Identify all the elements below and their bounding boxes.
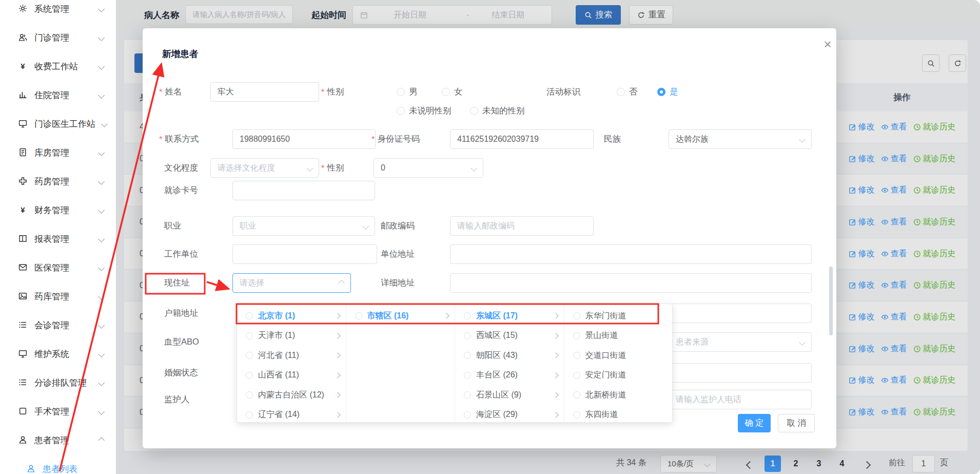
cascader-option[interactable]: 天津市 (1) [237, 326, 346, 346]
radio-icon [397, 88, 405, 96]
chevron-down-icon [98, 380, 105, 386]
sidebar-item-6[interactable]: 药房管理 [0, 167, 116, 196]
cascader-column-0: 北京市 (1)天津市 (1)河北省 (11)山西省 (11)内蒙古自治区 (12… [237, 304, 346, 422]
radio-icon [464, 332, 471, 339]
cancel-button[interactable]: 取 消 [778, 414, 815, 432]
chevron-right-icon [553, 372, 558, 378]
cascader-option[interactable]: 市辖区 (16) [346, 306, 455, 326]
chevron-down-icon [98, 92, 105, 99]
contact-input[interactable]: 19880991650 [232, 129, 376, 149]
cascader-option[interactable]: 内蒙古自治区 (12) [237, 385, 346, 405]
radio-unknown-gender[interactable]: 未知的性别 [470, 101, 525, 121]
cascader-menu: 北京市 (1)天津市 (1)河北省 (11)山西省 (11)内蒙古自治区 (12… [237, 304, 673, 422]
sidebar-item-9[interactable]: 医保管理 [0, 253, 116, 282]
occupation-label: 职业 [164, 216, 181, 236]
chevron-down-icon [362, 223, 369, 230]
visit-card-input[interactable] [232, 181, 375, 200]
radio-icon [355, 312, 362, 319]
radio-icon [246, 332, 253, 339]
marital-row-input[interactable] [669, 363, 812, 383]
cascader-option[interactable]: 西城区 (15) [455, 326, 564, 346]
cascader-option[interactable]: 朝阳区 (43) [455, 346, 564, 366]
work-unit-label: 工作单位 [164, 244, 198, 264]
cascader-option[interactable]: 北新桥街道 [564, 385, 673, 405]
sidebar-item-7[interactable]: ¥财务管理 [0, 196, 116, 224]
postcode-input[interactable]: 请输入邮政编码 [450, 216, 594, 236]
sidebar-item-13[interactable]: 分诊排队管理 [0, 368, 116, 397]
radio-icon [573, 372, 580, 379]
bar-chart-icon [18, 90, 28, 100]
sidebar-item-5[interactable]: 库房管理 [0, 138, 116, 167]
address-cascader-dropdown: 北京市 (1)天津市 (1)河北省 (11)山西省 (11)内蒙古自治区 (12… [237, 304, 673, 423]
sidebar-item-0[interactable]: 系统管理 [0, 0, 116, 23]
box-icon [18, 407, 28, 416]
sidebar-item-8[interactable]: 报表管理 [0, 224, 116, 253]
sidebar-item-1[interactable]: 门诊管理 [0, 23, 116, 52]
cascader-option[interactable]: 丰台区 (26) [455, 366, 564, 386]
sidebar-item-3[interactable]: 住院管理 [0, 81, 116, 109]
sidebar-item-patient-list[interactable]: 患者列表 [0, 454, 116, 474]
education-label: 文化程度 [164, 158, 198, 178]
application-window: 病人名称 请输入病人名称/拼音码/病人ID 起始时间 开始日期 - 结束日期 搜… [0, 0, 980, 474]
cascader-option[interactable]: 交道口街道 [564, 346, 673, 366]
cascader-option[interactable]: 东华门街道 [564, 306, 673, 326]
radio-icon [397, 107, 405, 115]
name-input[interactable]: 牢大 [210, 82, 319, 102]
radio-icon [464, 312, 471, 319]
sidebar-item-14[interactable]: 手术管理 [0, 397, 116, 426]
education-select[interactable]: 请选择文化程度 [210, 158, 319, 178]
cascader-column-2: 东城区 (17)西城区 (15)朝阳区 (43)丰台区 (26)石景山区 (9)… [455, 304, 564, 422]
ethnicity-select[interactable]: 达斡尔族 [669, 129, 812, 149]
occupation-select[interactable]: 职业 [232, 216, 375, 236]
postcode-label: 邮政编码 [381, 216, 415, 236]
sidebar-item-11[interactable]: 会诊管理 [0, 311, 116, 339]
radio-female[interactable]: 女 [442, 82, 463, 102]
work-address-input[interactable] [450, 244, 812, 264]
user-icon [27, 464, 36, 473]
cascader-option[interactable]: 河北省 (11) [237, 346, 346, 366]
radio-active-no[interactable]: 否 [617, 82, 638, 102]
medical-cross-icon [18, 177, 28, 186]
sidebar-item-4[interactable]: 门诊医生工作站 [0, 109, 116, 138]
cascader-option[interactable]: 山西省 (11) [237, 366, 346, 386]
confirm-button[interactable]: 确 定 [738, 414, 771, 432]
cascader-option[interactable]: 辽宁省 (14) [237, 405, 346, 423]
sidebar-item-10[interactable]: 药库管理 [0, 282, 116, 311]
sidebar-item-15[interactable]: 患者管理 [0, 426, 116, 454]
chevron-down-icon [98, 408, 105, 415]
detail-address-label: 详细地址 [381, 273, 415, 293]
radio-male[interactable]: 男 [397, 82, 418, 102]
current-address-cascader-select[interactable]: 请选择 [232, 273, 351, 293]
radio-active-yes[interactable]: 是 [657, 82, 678, 102]
cascader-option[interactable]: 东四街道 [564, 405, 673, 423]
detail-address-input[interactable] [450, 273, 812, 293]
chevron-down-icon [471, 165, 477, 172]
cascader-option[interactable]: 北京市 (1) [237, 306, 346, 326]
radio-icon [246, 372, 253, 379]
cascader-option[interactable]: 东城区 (17) [455, 306, 564, 326]
patient-source-select[interactable]: 患者来源 [669, 332, 812, 352]
close-icon[interactable]: × [819, 35, 836, 53]
cascader-option[interactable]: 石景山区 (9) [455, 385, 564, 405]
radio-icon [617, 88, 625, 96]
sidebar-item-2[interactable]: ¥收费工作站 [0, 52, 116, 81]
id-number-input[interactable]: 411625192602039719 [450, 129, 594, 149]
chevron-down-icon [98, 34, 105, 41]
cascader-option[interactable]: 安定门街道 [564, 366, 673, 386]
cascader-option[interactable]: 海淀区 (29) [455, 405, 564, 423]
chevron-down-icon [98, 264, 105, 271]
gender-code-select[interactable]: 0 [374, 158, 483, 178]
chevron-right-icon [553, 353, 558, 358]
monitor-icon [18, 119, 28, 128]
radio-icon [470, 107, 478, 115]
radio-unspecified-gender[interactable]: 未说明性别 [397, 101, 452, 121]
modal-scrollbar[interactable] [829, 267, 833, 335]
sidebar-item-12[interactable]: 维护系统 [0, 339, 116, 368]
work-unit-input[interactable] [232, 244, 377, 264]
guardian-phone-input[interactable]: 请输入监护人电话 [669, 390, 812, 409]
visit-card-label: 就诊卡号 [164, 181, 198, 200]
cascader-option[interactable]: 景山街道 [564, 326, 673, 346]
chevron-down-icon [98, 149, 105, 156]
chevron-down-icon [98, 178, 105, 185]
users-icon [18, 33, 28, 42]
